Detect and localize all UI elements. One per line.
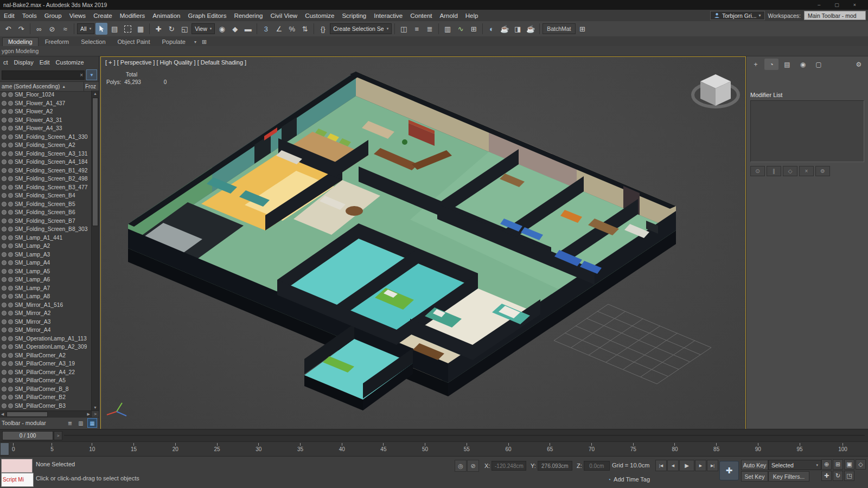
select-and-rotate-icon[interactable]: ↻ <box>165 23 177 35</box>
scene-object-row[interactable]: SM_PillarCorner_B2 <box>0 393 92 402</box>
object-type-icon[interactable] <box>2 294 7 299</box>
scrollbar-thumb[interactable] <box>92 98 98 226</box>
time-slider[interactable]: 0 / 100 > <box>0 429 868 442</box>
object-type-icon[interactable] <box>2 395 7 400</box>
workspace-dropdown[interactable]: Main Toolbar - mod <box>804 11 866 20</box>
select-and-link-icon[interactable]: ∞ <box>33 23 45 35</box>
menu-item[interactable]: Group <box>41 12 66 19</box>
x-coordinate-field[interactable]: -120.248cm <box>492 461 526 471</box>
scene-object-row[interactable]: SM_Folding_Screen_A2 <box>0 141 92 150</box>
scene-object-row[interactable]: SM_Folding_Screen_B1_492 <box>0 166 92 175</box>
tab-populate[interactable]: Populate <box>156 38 190 46</box>
object-type-icon[interactable] <box>2 311 7 316</box>
scene-object-row[interactable]: SM_Lamp_A7 <box>0 284 92 293</box>
visibility-toggle-icon[interactable] <box>8 118 13 123</box>
visibility-toggle-icon[interactable] <box>8 92 13 97</box>
scene-object-row[interactable]: SM_PillarCorner_A5 <box>0 376 92 385</box>
menu-item[interactable]: Content <box>406 12 436 19</box>
object-type-icon[interactable] <box>2 387 7 391</box>
dock-icon[interactable]: ≣ <box>66 419 74 427</box>
object-type-icon[interactable] <box>2 219 7 223</box>
visibility-toggle-icon[interactable] <box>8 109 13 114</box>
visibility-toggle-icon[interactable] <box>8 202 13 207</box>
visibility-toggle-icon[interactable] <box>8 311 13 316</box>
tab-object-paint[interactable]: Object Paint <box>112 38 156 46</box>
visibility-toggle-icon[interactable] <box>8 303 13 307</box>
add-mode-button[interactable]: ✚ <box>719 461 739 480</box>
scene-object-row[interactable]: SM_Lamp_A1_441 <box>0 234 92 242</box>
menu-item[interactable]: Create <box>90 12 116 19</box>
menu-item[interactable]: Animation <box>149 12 184 19</box>
object-type-icon[interactable] <box>2 319 7 324</box>
object-type-icon[interactable] <box>2 109 7 114</box>
pan-icon[interactable]: ✚ <box>821 471 832 481</box>
object-type-icon[interactable] <box>2 151 7 156</box>
visibility-toggle-icon[interactable] <box>8 269 13 274</box>
selection-filter-dropdown[interactable]: All ▾ <box>77 23 94 34</box>
object-type-icon[interactable] <box>2 134 7 139</box>
z-coordinate-field[interactable]: 0.0cm <box>584 461 610 471</box>
object-type-icon[interactable] <box>2 252 7 257</box>
tab-display[interactable]: ▢ <box>812 59 826 70</box>
visibility-toggle-icon[interactable] <box>8 101 13 106</box>
scene-object-row[interactable]: SM_Flower_A4_33 <box>0 124 92 133</box>
render-setup-icon[interactable]: ☕ <box>499 23 510 35</box>
visibility-toggle-icon[interactable] <box>8 294 13 299</box>
explorer-vertical-scrollbar[interactable]: ▲ ▼ <box>91 91 99 411</box>
undo-icon[interactable]: ↶ <box>2 23 14 35</box>
visibility-toggle-icon[interactable] <box>8 286 13 291</box>
named-selection-set-dropdown[interactable]: Create Selection Se ▾ <box>330 23 392 34</box>
key-filters-button[interactable]: Key Filters... <box>768 471 809 481</box>
scene-object-row[interactable]: SM_Mirror_A4 <box>0 326 92 335</box>
grid-tools-icon[interactable]: ⊞ <box>577 23 589 35</box>
visibility-toggle-icon[interactable] <box>8 151 13 156</box>
object-type-icon[interactable] <box>2 193 7 198</box>
visibility-toggle-icon[interactable] <box>8 159 13 164</box>
spinner-snap-icon[interactable]: ⇅ <box>299 23 311 35</box>
visibility-toggle-icon[interactable] <box>8 370 13 375</box>
auto-key-button[interactable]: Auto Key <box>741 460 768 470</box>
visibility-toggle-icon[interactable] <box>8 219 13 223</box>
visibility-toggle-icon[interactable] <box>8 227 13 232</box>
object-type-icon[interactable] <box>2 176 7 181</box>
tab-modeling[interactable]: Modeling <box>2 37 39 46</box>
zoom-all-icon[interactable]: ⊞ <box>833 459 843 470</box>
object-type-icon[interactable] <box>2 143 7 147</box>
y-coordinate-field[interactable]: 276.093cm <box>538 461 572 471</box>
column-header-frozen[interactable]: Froz <box>84 84 99 89</box>
tab-hierarchy[interactable]: ▤ <box>780 59 794 70</box>
scene-object-row[interactable]: SM_Lamp_A5 <box>0 267 92 276</box>
object-type-icon[interactable] <box>2 378 7 383</box>
scene-object-row[interactable]: SM_PillarCorner_B3 <box>0 402 92 410</box>
previous-frame-button[interactable]: ◀ <box>667 460 679 471</box>
field-of-view-icon[interactable]: ◇ <box>856 459 866 470</box>
remove-modifier-button[interactable]: × <box>799 166 814 176</box>
go-to-end-button[interactable]: ▶| <box>707 460 718 471</box>
pin-stack-button[interactable]: ⊙ <box>750 166 765 176</box>
object-type-icon[interactable] <box>2 260 7 265</box>
scene-object-row[interactable]: SM_Folding_Screen_B7 <box>0 217 92 226</box>
visibility-toggle-icon[interactable] <box>8 361 13 366</box>
object-type-icon[interactable] <box>2 269 7 274</box>
modifier-list-dropdown[interactable]: Modifier List <box>750 91 864 99</box>
scene-object-row[interactable]: SM_Folding_Screen_B2_498 <box>0 175 92 183</box>
scene-object-row[interactable]: SM_Flower_A3_31 <box>0 116 92 125</box>
object-type-icon[interactable] <box>2 202 7 207</box>
object-type-icon[interactable] <box>2 353 7 358</box>
visibility-toggle-icon[interactable] <box>8 134 13 139</box>
orbit-icon[interactable]: ↻ <box>833 471 843 481</box>
object-type-icon[interactable] <box>2 210 7 215</box>
curve-editor-icon[interactable]: ∿ <box>455 23 467 35</box>
menu-item[interactable]: Interactive <box>370 12 406 19</box>
maximize-button[interactable]: ▢ <box>834 2 839 8</box>
scene-object-row[interactable]: SM_Mirror_A3 <box>0 318 92 326</box>
go-to-start-button[interactable]: |◀ <box>655 460 667 471</box>
visibility-toggle-icon[interactable] <box>8 319 13 324</box>
percent-snap-icon[interactable]: % <box>286 23 298 35</box>
visibility-toggle-icon[interactable] <box>8 235 13 240</box>
select-by-name-icon[interactable]: ▤ <box>108 23 120 35</box>
scene-object-row[interactable]: SM_Flower_A1_437 <box>0 99 92 108</box>
visibility-toggle-icon[interactable] <box>8 277 13 282</box>
menu-item[interactable]: Modifiers <box>116 12 149 19</box>
named-selection-sets-icon[interactable]: {} <box>317 23 329 35</box>
